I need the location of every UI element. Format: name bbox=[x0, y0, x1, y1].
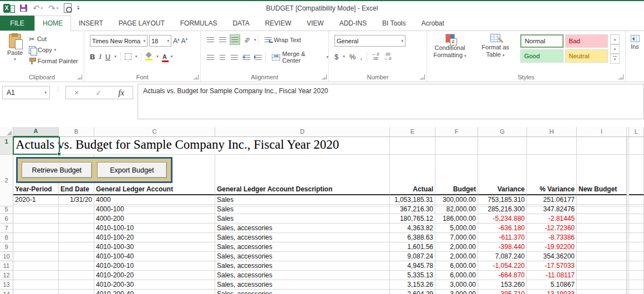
cell-variance[interactable]: 285,216.300 bbox=[478, 205, 527, 214]
cell-gl-account[interactable]: 4010-100-40 bbox=[94, 252, 215, 261]
font-size-dropdown-icon[interactable]: ▾ bbox=[167, 39, 169, 43]
cell-actual[interactable]: 9,087.24 bbox=[390, 252, 435, 261]
cell-year-period[interactable] bbox=[13, 242, 59, 252]
cell-actual[interactable]: 1,601.56 bbox=[390, 242, 435, 252]
formula-input[interactable]: Actuals vs. Budget for Sample Company In… bbox=[138, 84, 644, 119]
font-name-dropdown-icon[interactable]: ▾ bbox=[143, 39, 145, 43]
cell-budget[interactable]: 5,000.00 bbox=[435, 224, 478, 233]
cell-gl-description[interactable]: Sales, accessories bbox=[215, 261, 390, 271]
cell-end-date[interactable] bbox=[59, 290, 94, 294]
decrease-decimal-button[interactable]: .00→.0 bbox=[384, 52, 392, 61]
cell-new-budget[interactable] bbox=[577, 195, 627, 205]
cell-gl-account[interactable]: 4000-200 bbox=[94, 214, 215, 224]
copy-button[interactable]: Copy▾ bbox=[29, 46, 78, 54]
col-header-l[interactable]: L bbox=[629, 127, 644, 137]
insert-label[interactable]: Ins bbox=[626, 43, 644, 50]
styles-dialog-launcher[interactable] bbox=[618, 74, 623, 79]
cell-pct-variance[interactable]: 5.10867 bbox=[527, 280, 577, 290]
row-number[interactable]: 12 bbox=[0, 271, 13, 280]
cell-gl-account[interactable]: 4010-100-10 bbox=[94, 224, 215, 233]
style-good[interactable]: Good bbox=[520, 49, 564, 63]
borders-icon[interactable] bbox=[125, 53, 131, 60]
cell-pct-variance[interactable]: -17.57033 bbox=[527, 261, 577, 271]
row-number[interactable]: 8 bbox=[0, 233, 13, 242]
row-number[interactable]: 7 bbox=[0, 224, 13, 233]
cell-gl-description[interactable]: Sales, accessories bbox=[215, 280, 390, 290]
cell-new-budget[interactable] bbox=[577, 290, 627, 294]
comma-style-button[interactable]: , bbox=[360, 53, 362, 61]
cell-gl-description[interactable]: Sales, accessories bbox=[215, 252, 390, 261]
col-header-i[interactable]: I bbox=[577, 127, 627, 137]
cf-dropdown-icon[interactable]: ▾ bbox=[464, 54, 466, 58]
col-header-a[interactable]: A bbox=[13, 127, 59, 137]
align-left-button[interactable] bbox=[205, 52, 216, 63]
row-number[interactable]: 9 bbox=[0, 242, 13, 252]
increase-indent-button[interactable] bbox=[253, 52, 264, 63]
cell-end-date[interactable] bbox=[59, 233, 94, 242]
cell-variance[interactable]: -664.870 bbox=[478, 271, 527, 280]
accounting-dropdown-icon[interactable]: ▾ bbox=[343, 54, 345, 59]
cell-gl-description[interactable]: Sales bbox=[215, 214, 390, 224]
percent-style-button[interactable]: % bbox=[349, 53, 356, 61]
cell-variance[interactable]: 7,087.240 bbox=[478, 252, 527, 261]
cell-actual[interactable]: 180,765.12 bbox=[390, 214, 435, 224]
cell-pct-variance[interactable]: 347.82476 bbox=[527, 205, 577, 214]
styles-scroll-up-button[interactable]: ▴ bbox=[610, 34, 620, 44]
row-number[interactable]: 11 bbox=[0, 261, 13, 271]
cell-actual[interactable]: 6,388.63 bbox=[390, 233, 435, 242]
cell-year-period[interactable] bbox=[13, 290, 59, 294]
col-header-g[interactable]: G bbox=[478, 127, 527, 137]
cell-budget[interactable]: 300,000.00 bbox=[435, 195, 478, 205]
paste-button[interactable]: Paste ▾ bbox=[3, 34, 27, 69]
font-name-combo[interactable]: Times New Roma▾ bbox=[90, 35, 148, 47]
header-gl-description[interactable]: General Ledger Account Description bbox=[215, 185, 390, 195]
cell-gl-description[interactable]: Sales bbox=[215, 195, 390, 205]
paste-dropdown-icon[interactable]: ▾ bbox=[14, 57, 16, 62]
cell-gl-account[interactable]: 4010-200-20 bbox=[94, 271, 215, 280]
cell-budget[interactable]: 7,000.00 bbox=[435, 233, 478, 242]
cell-budget[interactable]: 6,000.00 bbox=[435, 261, 478, 271]
col-header-d[interactable]: D bbox=[215, 127, 390, 137]
tab-review[interactable]: REVIEW bbox=[257, 16, 299, 31]
cell-actual[interactable]: 367,216.30 bbox=[390, 205, 435, 214]
cut-button[interactable]: ✂Cut bbox=[29, 35, 78, 43]
cancel-entry-button[interactable]: × bbox=[74, 88, 79, 97]
cell-year-period[interactable] bbox=[13, 214, 59, 224]
insert-cells-icon[interactable] bbox=[631, 35, 640, 42]
underline-button[interactable]: U bbox=[105, 53, 110, 61]
col-header-c[interactable]: C bbox=[94, 127, 215, 137]
cell-pct-variance[interactable]: -8.73386 bbox=[527, 233, 577, 242]
cell-budget[interactable]: 186,000.00 bbox=[435, 214, 478, 224]
export-budget-button[interactable]: Export Budget bbox=[97, 162, 168, 178]
cell-actual[interactable]: 4,363.82 bbox=[390, 224, 435, 233]
cell-variance[interactable]: 153.260 bbox=[478, 280, 527, 290]
cell-variance[interactable]: -395.710 bbox=[478, 290, 527, 294]
cell-pct-variance[interactable]: -11.08117 bbox=[527, 271, 577, 280]
format-as-table-button[interactable]: Format asTable ▾ bbox=[474, 34, 517, 59]
col-header-e[interactable]: E bbox=[390, 127, 435, 137]
italic-button[interactable]: I bbox=[99, 52, 101, 61]
font-dialog-launcher[interactable] bbox=[194, 74, 199, 79]
tab-add-ins[interactable]: ADD-INS bbox=[332, 16, 374, 31]
cell-variance[interactable]: -5,234.880 bbox=[478, 214, 527, 224]
header-end-date[interactable]: End Date bbox=[59, 185, 94, 195]
cell-gl-description[interactable]: Sales, accessories bbox=[215, 224, 390, 233]
grow-font-button[interactable]: A▴ bbox=[173, 37, 180, 45]
cell-gl-account[interactable]: 4010-200-30 bbox=[94, 280, 215, 290]
wrap-text-button[interactable]: Wrap Text bbox=[265, 37, 301, 43]
cell-variance[interactable]: -611.370 bbox=[478, 233, 527, 242]
tab-acrobat[interactable]: Acrobat bbox=[413, 16, 452, 31]
cell-year-period[interactable]: 2020-1 bbox=[13, 195, 59, 205]
cell-gl-description[interactable]: Sales, accessories bbox=[215, 271, 390, 280]
col-header-b[interactable]: B bbox=[59, 127, 94, 137]
cell-pct-variance[interactable]: -19.92200 bbox=[527, 242, 577, 252]
row-number[interactable]: 6 bbox=[0, 214, 13, 224]
cell-gl-description[interactable]: Sales, accessories bbox=[215, 233, 390, 242]
header-gl-account[interactable]: General Ledger Account bbox=[94, 185, 215, 195]
align-center-button[interactable] bbox=[217, 52, 228, 63]
cell-year-period[interactable] bbox=[13, 271, 59, 280]
cell-variance[interactable]: -1,054.220 bbox=[478, 261, 527, 271]
align-right-button[interactable] bbox=[229, 52, 240, 63]
cell-new-budget[interactable] bbox=[577, 252, 627, 261]
fill-color-icon[interactable] bbox=[145, 53, 153, 60]
